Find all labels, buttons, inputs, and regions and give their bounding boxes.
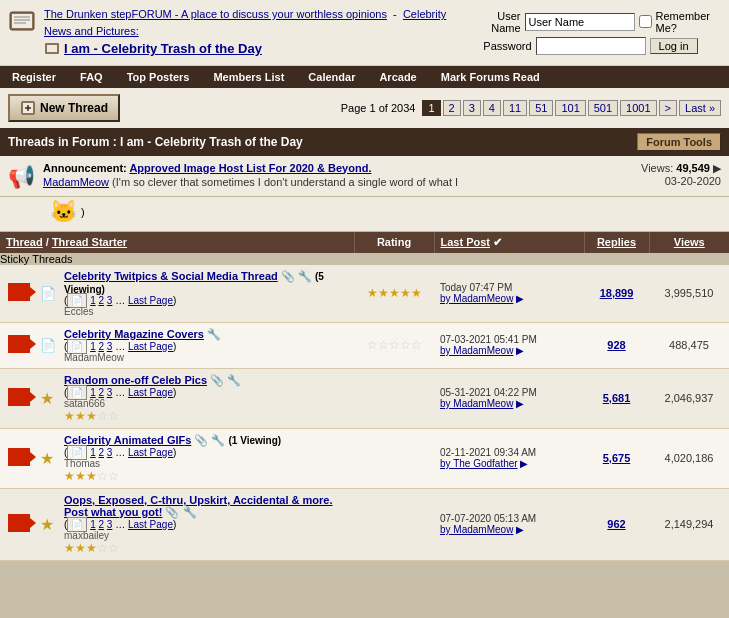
- page-3-link[interactable]: 3: [107, 295, 113, 306]
- paperclip-icon: 📎: [165, 506, 179, 518]
- forum-tools-button[interactable]: Forum Tools: [637, 133, 721, 151]
- last-page-link[interactable]: Last Page: [128, 447, 173, 458]
- nav-faq[interactable]: FAQ: [68, 66, 115, 88]
- page-3-link[interactable]: 3: [107, 447, 113, 458]
- col-thread-starter-link[interactable]: Thread Starter: [52, 236, 127, 248]
- page-2[interactable]: 2: [443, 100, 461, 116]
- username-input[interactable]: [525, 13, 635, 31]
- page-3-link[interactable]: 3: [107, 387, 113, 398]
- page-1001[interactable]: 1001: [620, 100, 656, 116]
- last-post-author-link[interactable]: by MadamMeow: [440, 345, 513, 356]
- page-3-link[interactable]: 3: [107, 341, 113, 352]
- new-post-icon: [8, 448, 30, 466]
- remember-checkbox[interactable]: [639, 15, 652, 28]
- note-icon-cell: 📄: [38, 265, 58, 323]
- replies-link[interactable]: 928: [607, 339, 625, 351]
- thread-pages: (📄 1 2 3 … Last Page): [64, 341, 348, 352]
- last-page-link[interactable]: Last Page: [128, 341, 173, 352]
- svg-rect-1: [12, 14, 32, 28]
- page-2-link[interactable]: 2: [98, 447, 104, 458]
- last-page-link[interactable]: Last Page: [128, 519, 173, 530]
- col-thread-link[interactable]: Thread: [6, 236, 43, 248]
- page-1-link[interactable]: 1: [90, 519, 96, 530]
- replies-cell: 962: [584, 488, 649, 560]
- page-101[interactable]: 101: [555, 100, 585, 116]
- page-last[interactable]: Last »: [679, 100, 721, 116]
- note-icon-cell: 📄: [38, 322, 58, 368]
- replies-link[interactable]: 18,899: [600, 287, 634, 299]
- sticky-star-icon: ★: [40, 450, 54, 467]
- announcement-date: 03-20-2020: [641, 175, 721, 187]
- nav-register[interactable]: Register: [0, 66, 68, 88]
- subforum-icon: [44, 41, 60, 57]
- last-post-author-link[interactable]: by MadamMeow: [440, 293, 513, 304]
- page-1-link[interactable]: 1: [90, 447, 96, 458]
- replies-link[interactable]: 962: [607, 518, 625, 530]
- views-cell: 2,046,937: [649, 368, 729, 428]
- page-4[interactable]: 4: [483, 100, 501, 116]
- page-11[interactable]: 11: [503, 100, 527, 116]
- col-replies-link[interactable]: Replies: [597, 236, 636, 248]
- thread-status-icon-cell: [0, 265, 38, 323]
- col-lastpost-link[interactable]: Last Post: [441, 236, 491, 248]
- login-area: User Name Remember Me? Password Log in: [467, 10, 721, 55]
- col-lastpost-header: Last Post ✔: [434, 232, 584, 253]
- announcement-title: Announcement: Approved Image Host List F…: [43, 162, 633, 174]
- thread-title-link[interactable]: Celebrity Animated GIFs: [64, 434, 191, 446]
- replies-link[interactable]: 5,675: [603, 452, 631, 464]
- password-input[interactable]: [536, 37, 646, 55]
- page-2-link[interactable]: 2: [98, 387, 104, 398]
- thread-title-cell: Random one-off Celeb Pics 📎 🔧 (📄 1 2 3 ……: [58, 368, 354, 428]
- thread-title-link[interactable]: Oops, Exposed, C-thru, Upskirt, Accident…: [64, 494, 333, 518]
- thread-title-link[interactable]: Celebrity Magazine Covers: [64, 328, 204, 340]
- last-page-link[interactable]: Last Page: [128, 387, 173, 398]
- thread-pages: (📄 1 2 3 … Last Page): [64, 295, 348, 306]
- new-thread-button[interactable]: New Thread: [8, 94, 120, 122]
- current-forum-link[interactable]: I am - Celebrity Trash of the Day: [64, 41, 262, 56]
- thread-title-link[interactable]: Celebrity Twitpics & Social Media Thread: [64, 270, 278, 282]
- page-2-link[interactable]: 2: [98, 341, 104, 352]
- sticky-star-icon: ★: [40, 516, 54, 533]
- last-post-cell: 02-11-2021 09:34 AM by The Godfather ▶: [434, 428, 584, 488]
- announcement-author-link[interactable]: MadamMeow: [43, 176, 109, 188]
- thread-pages: (📄 1 2 3 … Last Page): [64, 387, 348, 398]
- page-next[interactable]: >: [659, 100, 677, 116]
- page-1-link[interactable]: 1: [90, 387, 96, 398]
- nav-calendar[interactable]: Calendar: [296, 66, 367, 88]
- forum-root-link[interactable]: The Drunken stepFORUM - A place to discu…: [44, 8, 387, 20]
- breadcrumb-text: The Drunken stepFORUM - A place to discu…: [44, 6, 467, 59]
- login-button[interactable]: Log in: [650, 38, 698, 54]
- page-2-link[interactable]: 2: [98, 295, 104, 306]
- last-post-author-link[interactable]: by MadamMeow: [440, 524, 513, 535]
- rating-cell: ☆☆☆☆☆: [354, 322, 434, 368]
- rating-cell: [354, 368, 434, 428]
- thread-status-icon-cell: [0, 368, 38, 428]
- nav-mark-forums-read[interactable]: Mark Forums Read: [429, 66, 552, 88]
- announcement-link[interactable]: Approved Image Host List For 2020 & Beyo…: [129, 162, 371, 174]
- last-post-author-link[interactable]: by The Godfather: [440, 458, 518, 469]
- replies-cell: 5,681: [584, 368, 649, 428]
- page-1-link[interactable]: 1: [90, 341, 96, 352]
- nav-members-list[interactable]: Members List: [201, 66, 296, 88]
- sticky-arrow-icon: 🔧: [211, 434, 225, 446]
- page-1-link[interactable]: 1: [90, 295, 96, 306]
- last-post-cell: 07-03-2021 05:41 PM by MadamMeow ▶: [434, 322, 584, 368]
- replies-link[interactable]: 5,681: [603, 392, 631, 404]
- nav-arcade[interactable]: Arcade: [367, 66, 428, 88]
- nav-top-posters[interactable]: Top Posters: [115, 66, 202, 88]
- page-2-link[interactable]: 2: [98, 519, 104, 530]
- page-501[interactable]: 501: [588, 100, 618, 116]
- thread-starter: MadamMeow: [64, 352, 348, 363]
- thread-pages: (📄 1 2 3 … Last Page): [64, 447, 348, 458]
- forum-header-title: Threads in Forum : I am - Celebrity Tras…: [8, 135, 303, 149]
- username-label: User Name: [467, 10, 521, 34]
- col-views-link[interactable]: Views: [674, 236, 705, 248]
- last-post-author-link[interactable]: by MadamMeow: [440, 398, 513, 409]
- page-51[interactable]: 51: [529, 100, 553, 116]
- page-1[interactable]: 1: [422, 100, 440, 116]
- page-3[interactable]: 3: [463, 100, 481, 116]
- go-icon: ▶: [516, 524, 524, 535]
- last-page-link[interactable]: Last Page: [128, 295, 173, 306]
- page-3-link[interactable]: 3: [107, 519, 113, 530]
- thread-title-link[interactable]: Random one-off Celeb Pics: [64, 374, 207, 386]
